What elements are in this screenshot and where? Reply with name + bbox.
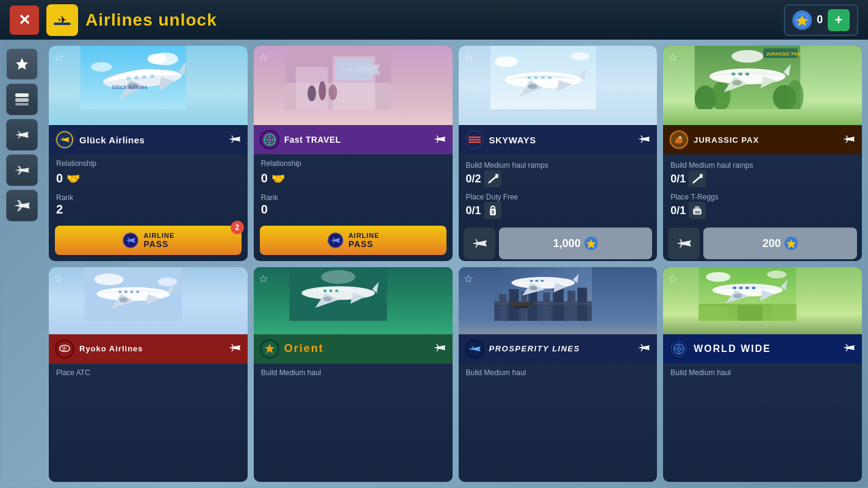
card-prosperity[interactable]: ☆: [459, 267, 658, 483]
card-gluck[interactable]: ☆: [49, 46, 248, 261]
req2-skyways: Place Duty Free 0/1 $: [466, 191, 650, 219]
svg-rect-91: [323, 289, 326, 292]
favorite-star-skyways[interactable]: ☆: [464, 51, 473, 64]
logo-prosperity: [465, 339, 484, 359]
page-title: Airlines unlock: [85, 10, 217, 30]
svg-rect-108: [509, 302, 533, 306]
svg-point-80: [119, 297, 127, 302]
unlock-plane-btn-skyways[interactable]: [464, 228, 495, 259]
svg-rect-47: [548, 76, 551, 79]
airline-name-jurassic: JURASSIC PAX: [694, 135, 838, 145]
svg-rect-45: [534, 76, 537, 79]
sidebar-btn-layers[interactable]: [6, 84, 38, 115]
ramp-icon-jurassic: [689, 170, 706, 187]
unlock-plane-btn-jurassic[interactable]: [668, 228, 700, 259]
bottom-label-prosperity: Build Medium haul: [466, 368, 650, 377]
card-body-orient: Build Medium haul: [254, 364, 453, 483]
plane-icon-prosperity: [637, 342, 651, 356]
svg-point-110: [529, 285, 537, 290]
svg-rect-103: [553, 289, 564, 321]
card-body-fasttravel: Relationship 0 🤝 Rank 0: [254, 154, 453, 222]
svg-rect-98: [499, 294, 506, 321]
handshake-icon-gluck: 🤝: [66, 172, 80, 185]
svg-rect-62: [732, 73, 736, 75]
unlock-cost-btn-skyways[interactable]: 1,000: [499, 228, 653, 259]
svg-rect-49: [495, 174, 498, 178]
svg-rect-112: [535, 279, 538, 281]
favorite-star-fasttravel[interactable]: ☆: [259, 51, 268, 64]
svg-rect-84: [136, 290, 139, 293]
card-image-worldwide: ☆: [663, 267, 862, 334]
card-orient[interactable]: ☆: [254, 267, 453, 483]
card-ryoko[interactable]: ☆: [49, 267, 248, 483]
req2-label-jurassic: Place T-Reggs: [670, 193, 719, 201]
card-body-prosperity: Build Medium haul: [459, 364, 658, 483]
plane-icon-ryoko: [228, 342, 242, 356]
svg-rect-8: [15, 103, 29, 106]
card-fasttravel[interactable]: ☆: [254, 46, 453, 261]
cost-icon-jurassic: [784, 237, 798, 250]
req2-jurassic: Place T-Reggs 0/1: [670, 191, 855, 219]
svg-point-40: [494, 56, 517, 66]
svg-marker-5: [16, 58, 28, 70]
bottom-label-ryoko: Place ATC: [56, 368, 240, 377]
svg-point-30: [307, 85, 316, 101]
svg-rect-2: [54, 23, 71, 25]
card-jurassic[interactable]: ☆: [663, 46, 862, 261]
svg-point-41: [570, 52, 589, 60]
card-worldwide[interactable]: ☆: [663, 267, 862, 483]
favorite-star-gluck[interactable]: ☆: [54, 51, 63, 64]
svg-text:JURASSIC PAX: JURASSIC PAX: [766, 51, 802, 57]
sidebar-btn-plane-medium[interactable]: [6, 154, 38, 186]
close-button[interactable]: ✕: [10, 5, 39, 35]
airline-name-worldwide: WORLD WIDE: [694, 343, 838, 354]
svg-rect-19: [134, 76, 138, 79]
svg-rect-46: [540, 76, 544, 79]
plane-icon-skyways: [637, 133, 651, 147]
card-header-skyways: SKYWAYS: [459, 125, 658, 154]
svg-rect-82: [124, 290, 127, 293]
airline-pass-fasttravel[interactable]: AIRLINE PASS: [260, 226, 447, 255]
favorite-star-prosperity[interactable]: ☆: [464, 272, 473, 285]
sidebar-btn-plane-small[interactable]: [6, 119, 38, 151]
currency-icon: [792, 10, 812, 30]
main-layout: ☆: [0, 40, 868, 488]
favorite-star-jurassic[interactable]: ☆: [668, 51, 678, 64]
logo-ryoko: 雲: [55, 339, 74, 359]
sidebar-btn-star[interactable]: [6, 48, 38, 80]
svg-rect-124: [733, 287, 737, 289]
req1-skyways: Build Medium haul ramps 0/2: [466, 159, 650, 187]
svg-point-31: [318, 81, 326, 100]
airline-name-skyways: SKYWAYS: [489, 135, 633, 145]
relationship-value-fasttravel: 0 🤝: [261, 171, 445, 185]
svg-point-60: [709, 68, 786, 84]
airline-pass-gluck[interactable]: 2 AIRLINE PASS: [55, 226, 242, 255]
svg-rect-7: [15, 98, 29, 102]
favorite-star-worldwide[interactable]: ☆: [668, 272, 678, 285]
card-header-prosperity: Prosperity Lines: [459, 334, 658, 364]
logo-orient: [260, 339, 279, 359]
card-header-worldwide: WORLD WIDE: [663, 334, 862, 364]
svg-rect-111: [529, 279, 533, 281]
svg-rect-6: [15, 93, 29, 97]
sidebar-btn-plane-large[interactable]: [6, 190, 38, 221]
card-body-worldwide: Build Medium haul: [663, 364, 862, 483]
card-header-gluck: Glück Airlines: [49, 125, 248, 154]
svg-point-43: [528, 84, 537, 89]
unlock-cost-btn-jurassic[interactable]: 200: [703, 228, 857, 259]
plane-icon-fasttravel: [433, 133, 447, 147]
card-skyways[interactable]: ☆: [459, 46, 658, 261]
card-body-jurassic: Build Medium haul ramps 0/1 Place T-Regg…: [663, 154, 862, 224]
svg-rect-9: [26, 134, 28, 135]
svg-point-121: [767, 270, 787, 278]
svg-rect-127: [752, 287, 756, 289]
favorite-star-orient[interactable]: ☆: [259, 272, 268, 285]
favorite-star-ryoko[interactable]: ☆: [54, 272, 63, 285]
rank-value-gluck: 2: [56, 203, 240, 217]
svg-rect-125: [739, 287, 743, 289]
add-currency-button[interactable]: +: [828, 9, 850, 31]
card-image-fasttravel: ☆: [254, 46, 453, 125]
logo-fasttravel: [260, 130, 279, 149]
svg-point-68: [680, 137, 681, 138]
airline-grid: ☆: [49, 46, 862, 482]
